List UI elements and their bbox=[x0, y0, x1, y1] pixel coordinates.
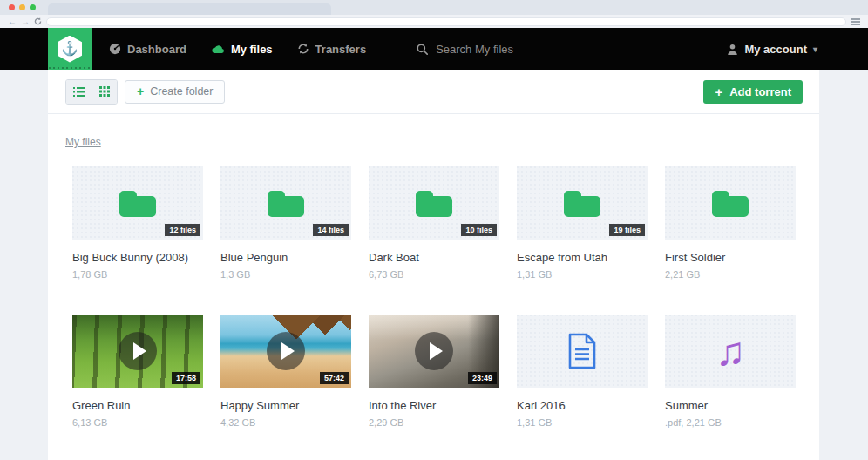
video-duration-badge: 17:58 bbox=[172, 372, 200, 384]
forward-icon[interactable]: → bbox=[21, 17, 30, 26]
file-name: Escape from Utah bbox=[517, 251, 648, 265]
cloud-icon bbox=[211, 44, 225, 54]
file-thumbnail[interactable]: 12 files bbox=[72, 166, 203, 240]
list-view-button[interactable] bbox=[66, 80, 92, 104]
grid-view-icon bbox=[99, 86, 110, 97]
file-grid: 12 files Big Buck Bunny (2008) 1,78 GB 1… bbox=[72, 166, 819, 428]
file-card[interactable]: ♫ Summer .pdf, 2,21 GB bbox=[665, 315, 796, 428]
create-folder-label: Create folder bbox=[150, 85, 213, 98]
file-size: 1,31 GB bbox=[517, 417, 648, 428]
browser-tab[interactable] bbox=[48, 3, 331, 15]
file-size: 1,78 GB bbox=[72, 269, 203, 280]
file-name: Blue Penguin bbox=[220, 251, 351, 265]
main-content: + Create folder + Add torrent My files 1… bbox=[48, 70, 819, 460]
file-card[interactable]: 12 files Big Buck Bunny (2008) 1,78 GB bbox=[72, 166, 203, 280]
file-thumbnail[interactable]: 14 files bbox=[220, 166, 351, 240]
account-menu[interactable]: My account ▾ bbox=[727, 43, 817, 56]
add-torrent-label: Add torrent bbox=[729, 85, 791, 98]
file-size: 6,73 GB bbox=[369, 269, 499, 280]
file-name: Happy Summer bbox=[220, 399, 351, 413]
reload-icon[interactable] bbox=[34, 17, 42, 25]
file-name: Into the River bbox=[369, 399, 499, 413]
dashboard-gauge-icon bbox=[109, 43, 121, 55]
search-input[interactable] bbox=[436, 43, 610, 56]
file-thumbnail[interactable]: ♫ bbox=[665, 315, 796, 388]
file-card[interactable]: 14 files Blue Penguin 1,3 GB bbox=[220, 166, 351, 280]
search-bar bbox=[417, 43, 610, 56]
play-button-icon bbox=[267, 332, 305, 370]
file-thumbnail[interactable]: 10 files bbox=[369, 166, 499, 240]
file-name: Dark Boat bbox=[369, 251, 499, 265]
file-name: First Soldier bbox=[665, 251, 796, 265]
file-count-badge: 12 files bbox=[165, 224, 200, 236]
file-card[interactable]: First Soldier 2,21 GB bbox=[665, 166, 796, 280]
back-icon[interactable]: ← bbox=[8, 17, 17, 26]
file-count-badge: 19 files bbox=[609, 224, 645, 236]
list-view-icon bbox=[73, 87, 85, 97]
browser-menu-icon[interactable] bbox=[851, 18, 860, 25]
main-nav: Dashboard My files Transfers bbox=[109, 43, 366, 56]
grid-view-button[interactable] bbox=[92, 80, 117, 104]
nav-item-transfers[interactable]: Transfers bbox=[297, 43, 367, 56]
file-size: 2,29 GB bbox=[369, 417, 499, 428]
file-size: 6,13 GB bbox=[72, 417, 203, 428]
zoom-window-icon[interactable] bbox=[30, 4, 36, 10]
nav-label: My files bbox=[231, 43, 273, 56]
putio-logo[interactable]: ⚓ bbox=[48, 28, 92, 70]
folder-icon bbox=[563, 188, 601, 218]
file-card[interactable]: 10 files Dark Boat 6,73 GB bbox=[369, 166, 499, 280]
file-size: 1,3 GB bbox=[220, 269, 351, 280]
file-size: 4,32 GB bbox=[220, 417, 351, 428]
video-duration-badge: 57:42 bbox=[320, 372, 349, 384]
play-button-icon bbox=[119, 332, 157, 370]
folder-icon bbox=[119, 188, 157, 218]
file-size: 1,31 GB bbox=[517, 269, 648, 280]
window-controls[interactable] bbox=[9, 4, 36, 10]
file-card[interactable]: 17:58 Green Ruin 6,13 GB bbox=[72, 315, 203, 428]
file-name: Summer bbox=[665, 399, 796, 413]
add-torrent-button[interactable]: + Add torrent bbox=[703, 80, 803, 104]
video-duration-badge: 23:49 bbox=[468, 372, 497, 384]
chevron-down-icon: ▾ bbox=[813, 44, 817, 54]
file-size: 2,21 GB bbox=[665, 269, 796, 280]
plus-icon: + bbox=[715, 85, 722, 99]
nav-item-dashboard[interactable]: Dashboard bbox=[109, 43, 186, 56]
transfers-sync-icon bbox=[297, 43, 309, 55]
file-thumbnail[interactable]: 23:49 bbox=[369, 315, 499, 388]
file-size: .pdf, 2,21 GB bbox=[665, 417, 796, 428]
close-window-icon[interactable] bbox=[9, 4, 15, 10]
view-toggle bbox=[65, 79, 118, 105]
file-thumbnail[interactable]: 19 files bbox=[517, 166, 648, 240]
nav-item-my-files[interactable]: My files bbox=[211, 43, 273, 56]
minimize-window-icon[interactable] bbox=[19, 4, 25, 10]
file-name: Big Buck Bunny (2008) bbox=[72, 251, 203, 265]
anchor-logo-icon: ⚓ bbox=[58, 36, 82, 63]
nav-label: Transfers bbox=[315, 43, 367, 56]
browser-toolbar: ← → bbox=[0, 15, 868, 28]
file-name: Green Ruin bbox=[72, 399, 203, 413]
play-button-icon bbox=[415, 332, 453, 370]
file-thumbnail[interactable] bbox=[665, 166, 796, 240]
url-bar[interactable] bbox=[46, 17, 846, 26]
file-thumbnail[interactable] bbox=[517, 315, 648, 388]
document-icon bbox=[567, 333, 597, 369]
account-label: My account bbox=[744, 43, 807, 56]
files-toolbar: + Create folder + Add torrent bbox=[48, 70, 819, 114]
file-card[interactable]: Karl 2016 1,31 GB bbox=[517, 315, 648, 428]
file-card[interactable]: 57:42 Happy Summer 4,32 GB bbox=[220, 315, 351, 428]
nav-label: Dashboard bbox=[127, 43, 186, 56]
file-card[interactable]: 19 files Escape from Utah 1,31 GB bbox=[517, 166, 648, 280]
file-count-badge: 10 files bbox=[461, 224, 497, 236]
file-thumbnail[interactable]: 17:58 bbox=[72, 315, 203, 388]
search-icon bbox=[417, 44, 428, 55]
folder-icon bbox=[711, 188, 749, 218]
plus-icon: + bbox=[137, 85, 144, 98]
breadcrumb[interactable]: My files bbox=[65, 136, 101, 148]
browser-tab-strip bbox=[0, 0, 868, 15]
file-count-badge: 14 files bbox=[313, 224, 349, 236]
create-folder-button[interactable]: + Create folder bbox=[125, 80, 225, 104]
file-thumbnail[interactable]: 57:42 bbox=[220, 315, 351, 388]
file-card[interactable]: 23:49 Into the River 2,29 GB bbox=[369, 315, 499, 428]
user-icon bbox=[727, 44, 738, 55]
app-navbar: ⚓ Dashboard My files Transfers bbox=[0, 28, 868, 70]
